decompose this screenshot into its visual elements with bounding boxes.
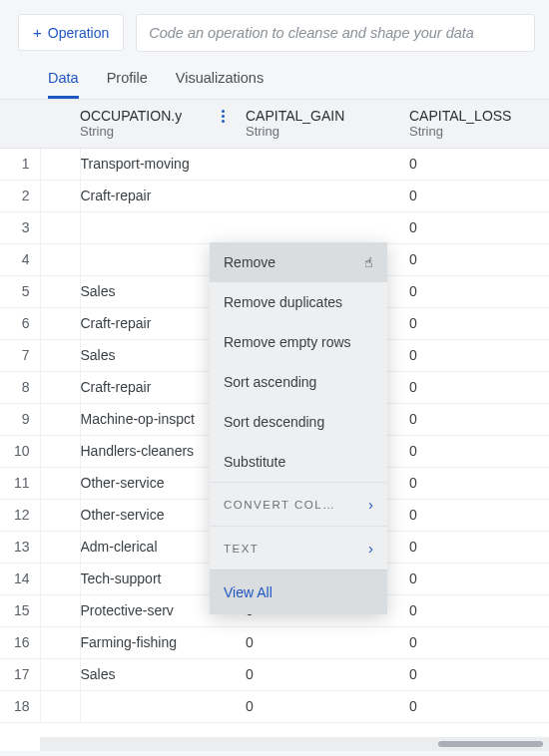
cell-capital-loss[interactable]: 0 xyxy=(409,307,549,339)
horizontal-scrollbar[interactable] xyxy=(40,737,549,751)
cell-capital-loss[interactable]: 0 xyxy=(409,499,549,531)
row-gap xyxy=(40,371,80,403)
column-name: CAPITAL_LOSS xyxy=(409,108,511,124)
column-header-capital-loss[interactable]: CAPITAL_LOSS String xyxy=(409,100,549,148)
menu-item-substitute[interactable]: Substitute xyxy=(210,442,387,482)
row-number: 17 xyxy=(0,658,40,690)
row-number: 5 xyxy=(0,275,40,307)
menu-item-remove-empty-rows[interactable]: Remove empty rows xyxy=(210,322,387,362)
cell-capital-gain[interactable] xyxy=(246,211,409,243)
cell-capital-loss[interactable]: 0 xyxy=(409,243,549,275)
row-number: 16 xyxy=(0,626,40,658)
row-number: 6 xyxy=(0,307,40,339)
row-number: 14 xyxy=(0,563,40,594)
cell-capital-loss[interactable]: 0 xyxy=(409,211,549,243)
cell-capital-loss[interactable]: 0 xyxy=(409,403,549,435)
add-operation-button[interactable]: + Operation xyxy=(18,14,124,51)
column-menu-icon[interactable] xyxy=(216,108,230,123)
tab-profile[interactable]: Profile xyxy=(107,70,148,99)
cell-capital-loss[interactable]: 0 xyxy=(409,690,549,722)
cell-occupation[interactable] xyxy=(80,690,246,722)
cursor-icon: ☝︎ xyxy=(364,254,373,270)
cell-capital-loss[interactable]: 0 xyxy=(409,531,549,563)
row-gap xyxy=(40,243,80,275)
chevron-right-icon: › xyxy=(368,496,373,513)
cell-capital-loss[interactable]: 0 xyxy=(409,626,549,658)
row-number: 8 xyxy=(0,371,40,403)
tabs: Data Profile Visualizations xyxy=(0,52,549,100)
row-gap xyxy=(40,626,80,658)
cell-capital-loss[interactable]: 0 xyxy=(409,180,549,211)
menu-submenu-text[interactable]: TEXT › xyxy=(210,526,387,569)
row-number: 18 xyxy=(0,690,40,722)
column-type: String xyxy=(409,124,511,139)
scrollbar-thumb[interactable] xyxy=(438,741,543,747)
row-gap xyxy=(40,594,80,626)
table-row[interactable]: 2Craft-repair0 xyxy=(0,180,549,211)
column-name: OCCUPATION.y xyxy=(80,108,182,124)
menu-item-remove[interactable]: Remove ☝︎ xyxy=(210,242,387,282)
rownum-header xyxy=(0,100,40,148)
row-gap xyxy=(40,467,80,499)
row-gap xyxy=(40,211,80,243)
menu-item-sort-ascending[interactable]: Sort ascending xyxy=(210,362,387,402)
operation-label: Operation xyxy=(48,25,109,41)
tab-visualizations[interactable]: Visualizations xyxy=(176,70,264,99)
cell-capital-loss[interactable]: 0 xyxy=(409,658,549,690)
table-row[interactable]: 1Transport-moving0 xyxy=(0,148,549,180)
cell-capital-loss[interactable]: 0 xyxy=(409,435,549,467)
row-number: 11 xyxy=(0,467,40,499)
chevron-right-icon: › xyxy=(368,540,373,557)
row-gap xyxy=(40,403,80,435)
row-number: 12 xyxy=(0,499,40,531)
plus-icon: + xyxy=(33,24,42,41)
menu-item-view-all[interactable]: View All xyxy=(210,569,387,614)
table-row[interactable]: 17Sales00 xyxy=(0,658,549,690)
column-header-occupation[interactable]: OCCUPATION.y String xyxy=(80,100,246,148)
cell-capital-loss[interactable]: 0 xyxy=(409,594,549,626)
cell-occupation[interactable]: Sales xyxy=(80,658,246,690)
column-name: CAPITAL_GAIN xyxy=(246,108,344,124)
cell-capital-loss[interactable]: 0 xyxy=(409,371,549,403)
cell-occupation[interactable]: Farming-fishing xyxy=(80,626,246,658)
cell-capital-gain[interactable]: 0 xyxy=(246,690,409,722)
column-header-capital-gain[interactable]: CAPITAL_GAIN String xyxy=(246,100,409,148)
row-number: 15 xyxy=(0,594,40,626)
row-gap xyxy=(40,499,80,531)
row-gap xyxy=(40,275,80,307)
table-row[interactable]: 30 xyxy=(0,211,549,243)
cell-capital-loss[interactable]: 0 xyxy=(409,148,549,180)
table-row[interactable]: 1800 xyxy=(0,690,549,722)
row-number: 3 xyxy=(0,211,40,243)
cell-capital-loss[interactable]: 0 xyxy=(409,467,549,499)
row-gap xyxy=(40,658,80,690)
row-gap xyxy=(40,690,80,722)
cell-occupation[interactable]: Transport-moving xyxy=(80,148,246,180)
row-number: 7 xyxy=(0,339,40,371)
column-type: String xyxy=(246,124,344,139)
row-gap xyxy=(40,180,80,211)
cell-occupation[interactable]: Craft-repair xyxy=(80,180,246,211)
row-gap xyxy=(40,339,80,371)
cell-capital-gain[interactable] xyxy=(246,148,409,180)
code-placeholder: Code an operation to cleanse and shape y… xyxy=(149,25,474,41)
cell-capital-gain[interactable]: 0 xyxy=(246,626,409,658)
row-number: 2 xyxy=(0,180,40,211)
cell-capital-loss[interactable]: 0 xyxy=(409,339,549,371)
row-number: 13 xyxy=(0,531,40,563)
menu-item-remove-duplicates[interactable]: Remove duplicates xyxy=(210,282,387,322)
cell-capital-loss[interactable]: 0 xyxy=(409,563,549,594)
code-input[interactable]: Code an operation to cleanse and shape y… xyxy=(136,14,535,52)
cell-capital-loss[interactable]: 0 xyxy=(409,275,549,307)
row-number: 1 xyxy=(0,148,40,180)
table-row[interactable]: 16Farming-fishing00 xyxy=(0,626,549,658)
row-gap xyxy=(40,307,80,339)
cell-occupation[interactable] xyxy=(80,211,246,243)
tab-data[interactable]: Data xyxy=(48,70,79,99)
row-gap xyxy=(40,531,80,563)
menu-item-sort-descending[interactable]: Sort descending xyxy=(210,402,387,442)
cell-capital-gain[interactable]: 0 xyxy=(246,658,409,690)
row-gap xyxy=(40,435,80,467)
menu-submenu-convert-column[interactable]: CONVERT COL… › xyxy=(210,482,387,526)
cell-capital-gain[interactable] xyxy=(246,180,409,211)
